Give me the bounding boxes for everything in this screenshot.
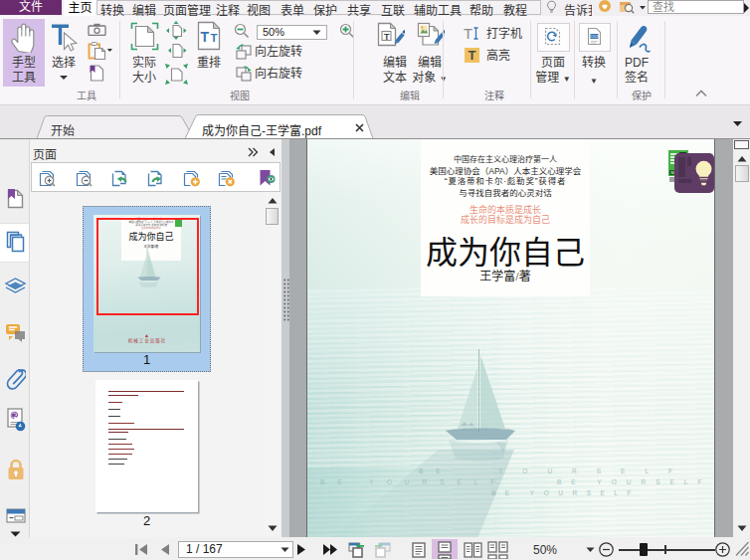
svg-text:OCR: OCR	[591, 34, 600, 39]
svg-text:T: T	[384, 32, 390, 42]
svg-text:T: T	[211, 32, 218, 44]
svg-text:T: T	[201, 29, 210, 45]
svg-text:T: T	[464, 26, 472, 41]
